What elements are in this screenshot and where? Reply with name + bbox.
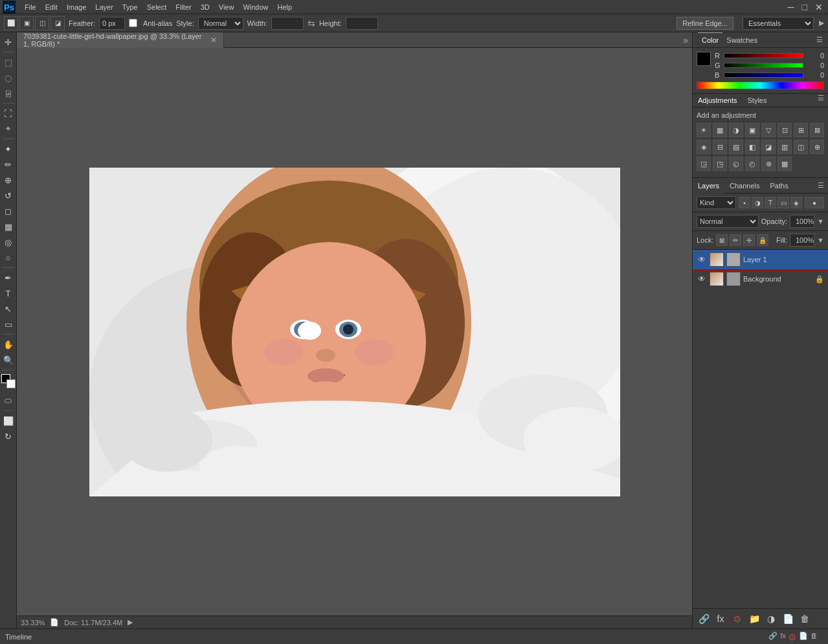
- width-input[interactable]: [271, 17, 304, 30]
- add-mask-btn[interactable]: ⊙: [730, 612, 744, 626]
- panels-toggle[interactable]: »: [683, 35, 688, 45]
- delete-layer-btn[interactable]: 🗑: [798, 612, 812, 626]
- brightness-contrast-adj[interactable]: ☀: [697, 123, 711, 137]
- rotate-view-tool[interactable]: ↻: [1, 429, 16, 443]
- adj-icon-14[interactable]: ▦: [778, 157, 792, 171]
- filter-pixel-icon[interactable]: ▪: [739, 197, 750, 208]
- green-slider[interactable]: [724, 63, 803, 68]
- channel-mixer-adj[interactable]: ⊟: [713, 140, 727, 154]
- new-group-btn[interactable]: 📁: [747, 612, 761, 626]
- blur-tool[interactable]: ◎: [1, 235, 16, 249]
- lock-image-btn[interactable]: ✏: [730, 234, 741, 246]
- eyedropper-tool[interactable]: ⌖: [1, 122, 16, 136]
- paths-tab[interactable]: Paths: [765, 178, 794, 194]
- gradient-map-adj[interactable]: ◫: [794, 140, 808, 154]
- workspace-select[interactable]: Essentials: [743, 17, 814, 30]
- zoom-tool[interactable]: 🔍: [1, 353, 16, 367]
- new-adjustment-btn[interactable]: ◑: [764, 612, 778, 626]
- add-style-btn[interactable]: fx: [713, 612, 728, 626]
- filter-toggle-btn[interactable]: ●: [805, 197, 824, 208]
- minimize-button[interactable]: ─: [785, 2, 797, 12]
- styles-tab[interactable]: Styles: [743, 94, 772, 107]
- move-tool[interactable]: ✛: [1, 35, 16, 49]
- menu-filter[interactable]: Filter: [172, 2, 195, 12]
- menu-3d[interactable]: 3D: [197, 2, 214, 12]
- marquee-tool[interactable]: ⬚: [1, 55, 16, 69]
- essentials-arrow[interactable]: ▶: [819, 19, 824, 27]
- color-tab[interactable]: Color: [698, 32, 722, 48]
- subtract-selection-btn[interactable]: ◫: [35, 16, 49, 30]
- invert-adj[interactable]: ◧: [745, 140, 759, 154]
- exposure-adj[interactable]: ▣: [745, 123, 759, 137]
- layers-panel-menu[interactable]: ☰: [818, 181, 828, 190]
- menu-image[interactable]: Image: [63, 2, 91, 12]
- maximize-button[interactable]: □: [800, 2, 810, 12]
- lock-transparent-btn[interactable]: ⊠: [716, 234, 728, 246]
- hand-tool[interactable]: ✋: [1, 337, 16, 351]
- color-lookup-adj[interactable]: ▤: [729, 140, 743, 154]
- text-tool[interactable]: T: [1, 286, 16, 300]
- height-input[interactable]: [346, 17, 378, 30]
- close-button[interactable]: ✕: [812, 2, 825, 12]
- refine-edge-button[interactable]: Refine Edge...: [677, 17, 733, 30]
- link-layers-btn[interactable]: 🔗: [697, 612, 711, 626]
- menu-file[interactable]: File: [21, 2, 40, 12]
- swatches-tab[interactable]: Swatches: [722, 32, 761, 48]
- gradient-tool[interactable]: ▦: [1, 219, 16, 234]
- levels-adj[interactable]: ▦: [713, 123, 727, 137]
- lock-all-btn[interactable]: 🔒: [757, 234, 768, 246]
- layers-tab[interactable]: Layers: [693, 178, 724, 194]
- fill-arrow[interactable]: ▼: [817, 236, 824, 244]
- menu-type[interactable]: Type: [118, 2, 142, 12]
- curves-adj[interactable]: ◑: [729, 123, 743, 137]
- fill-input[interactable]: [790, 234, 814, 247]
- menu-view[interactable]: View: [215, 2, 238, 12]
- add-selection-btn[interactable]: ▣: [19, 16, 34, 30]
- menu-edit[interactable]: Edit: [41, 2, 62, 12]
- adj-icon-11[interactable]: ◵: [729, 157, 743, 171]
- document-tab-close[interactable]: ✕: [210, 36, 217, 45]
- quick-select-tool[interactable]: ⍯: [1, 86, 16, 100]
- adj-icon-12[interactable]: ◴: [745, 157, 759, 171]
- layer-filter-select[interactable]: Kind: [697, 196, 736, 209]
- timeline-delete-btn[interactable]: 🗑: [811, 632, 818, 642]
- posterize-adj[interactable]: ◪: [761, 140, 776, 154]
- bw-adj[interactable]: ⊠: [810, 123, 824, 137]
- intersect-selection-btn[interactable]: ◪: [50, 16, 65, 30]
- adj-icon-9[interactable]: ◲: [697, 157, 711, 171]
- screen-mode-tool[interactable]: ⬜: [1, 414, 16, 428]
- color-spectrum[interactable]: [697, 82, 824, 89]
- vibrance-adj[interactable]: ▽: [761, 123, 776, 137]
- shape-tool[interactable]: ▭: [1, 317, 16, 331]
- filter-smartobj-icon[interactable]: ◈: [790, 197, 802, 208]
- canvas-scroll-area[interactable]: [17, 48, 692, 616]
- new-selection-btn[interactable]: ⬜: [4, 16, 18, 30]
- lasso-tool[interactable]: ◌: [1, 71, 16, 85]
- adj-icon-13[interactable]: ⊗: [761, 157, 776, 171]
- pen-tool[interactable]: ✒: [1, 271, 16, 285]
- eraser-tool[interactable]: ◻: [1, 204, 16, 218]
- hue-saturation-adj[interactable]: ⊡: [778, 123, 792, 137]
- lock-position-btn[interactable]: ✛: [743, 234, 755, 246]
- clone-stamp-tool[interactable]: ⊕: [1, 173, 16, 187]
- adj-panel-menu[interactable]: ☰: [818, 94, 828, 107]
- history-brush-tool[interactable]: ↺: [1, 188, 16, 203]
- menu-window[interactable]: Window: [239, 2, 272, 12]
- style-select[interactable]: Normal Fixed Ratio Fixed Size: [198, 17, 243, 30]
- layer1-item[interactable]: 👁 Layer 1: [693, 250, 828, 269]
- timeline-fx-btn[interactable]: fx: [780, 632, 786, 642]
- timeline-record-btn[interactable]: ⊙: [789, 632, 796, 642]
- status-arrow[interactable]: ▶: [128, 618, 133, 627]
- background-layer-item[interactable]: 👁 Background 🔒: [693, 269, 828, 289]
- adj-icon-10[interactable]: ◳: [713, 157, 727, 171]
- color-balance-adj[interactable]: ⊞: [794, 123, 808, 137]
- timeline-new-btn[interactable]: 📄: [799, 632, 808, 642]
- adjustments-tab[interactable]: Adjustments: [693, 94, 743, 107]
- selective-color-adj[interactable]: ⊕: [810, 140, 824, 154]
- color-swatch[interactable]: [697, 52, 711, 66]
- background-visibility[interactable]: 👁: [697, 274, 707, 284]
- red-slider[interactable]: [724, 53, 803, 58]
- timeline-label[interactable]: Timeline: [5, 633, 32, 641]
- path-select-tool[interactable]: ↖: [1, 302, 16, 316]
- photo-filter-adj[interactable]: ◈: [697, 140, 711, 154]
